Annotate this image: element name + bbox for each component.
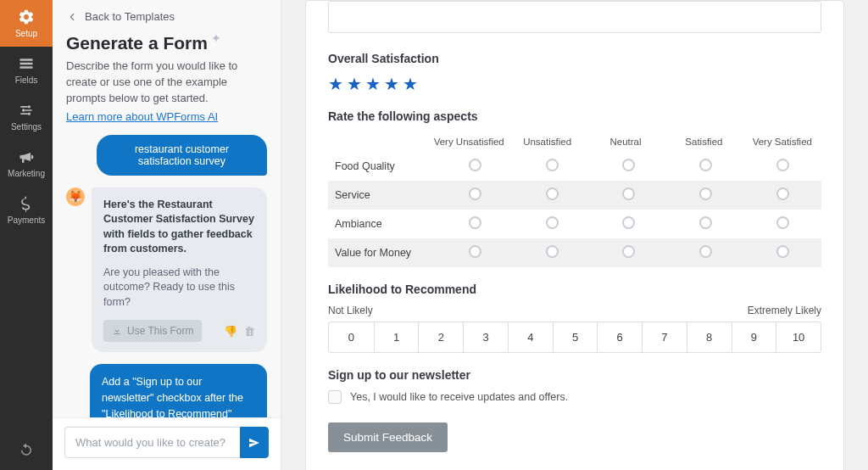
overall-satisfaction-label: Overall Satisfaction bbox=[328, 52, 821, 65]
form-card: Overall Satisfaction ★ ★ ★ ★ ★ Rate the … bbox=[305, 0, 844, 470]
sliders-icon bbox=[18, 102, 35, 119]
radio-option[interactable] bbox=[546, 216, 559, 229]
likert-row: Food Quality bbox=[328, 152, 821, 181]
nps-option[interactable]: 9 bbox=[732, 322, 776, 352]
checkbox[interactable] bbox=[328, 390, 342, 404]
nps-option[interactable]: 7 bbox=[642, 322, 687, 352]
nav-fields[interactable]: Fields bbox=[0, 47, 53, 93]
radio-option[interactable] bbox=[469, 187, 481, 200]
nps-option[interactable]: 8 bbox=[687, 322, 732, 352]
radio-option[interactable] bbox=[699, 187, 712, 200]
nav-settings[interactable]: Settings bbox=[0, 93, 53, 140]
panel-description: Describe the form you would like to crea… bbox=[66, 59, 267, 107]
history-button[interactable] bbox=[0, 429, 53, 470]
radio-option[interactable] bbox=[776, 187, 789, 200]
radio-option[interactable] bbox=[622, 159, 635, 171]
form-preview-canvas: Overall Satisfaction ★ ★ ★ ★ ★ Rate the … bbox=[281, 0, 868, 470]
ai-response-question: Are you pleased with the outcome? Ready … bbox=[103, 266, 255, 311]
likert-row-label: Service bbox=[335, 189, 437, 201]
learn-more-link[interactable]: Learn more about WPForms AI bbox=[66, 110, 218, 123]
star-icon[interactable]: ★ bbox=[384, 74, 399, 94]
likert-col-header: Satisfied bbox=[665, 131, 743, 152]
text-field-placeholder[interactable] bbox=[328, 1, 821, 33]
back-to-templates[interactable]: Back to Templates bbox=[53, 0, 281, 30]
radio-option[interactable] bbox=[622, 216, 635, 229]
nps-option[interactable]: 10 bbox=[776, 322, 821, 352]
radio-option[interactable] bbox=[776, 216, 789, 229]
ai-response-card: Here's the Restaurant Customer Satisfact… bbox=[92, 187, 267, 353]
nav-payments[interactable]: Payments bbox=[0, 187, 53, 233]
nps-option[interactable]: 2 bbox=[418, 322, 463, 352]
likert-row: Value for Money bbox=[328, 238, 821, 267]
megaphone-icon bbox=[18, 148, 35, 165]
star-icon[interactable]: ★ bbox=[347, 74, 362, 94]
nps-option[interactable]: 4 bbox=[508, 322, 553, 352]
nps-label: Likelihood to Recommend bbox=[328, 283, 821, 296]
star-rating[interactable]: ★ ★ ★ ★ ★ bbox=[328, 74, 821, 94]
nps-scale: 0 1 2 3 4 5 6 7 8 9 10 bbox=[328, 322, 821, 353]
aspects-label: Rate the following aspects bbox=[328, 109, 821, 123]
star-icon[interactable]: ★ bbox=[403, 74, 418, 94]
send-button[interactable] bbox=[240, 427, 269, 458]
nps-option[interactable]: 3 bbox=[463, 322, 508, 352]
ai-builder-panel: Back to Templates Generate a Form ✦ Desc… bbox=[53, 0, 281, 470]
radio-option[interactable] bbox=[469, 245, 481, 258]
undo-icon bbox=[19, 442, 34, 457]
nav-setup[interactable]: Setup bbox=[0, 0, 53, 47]
radio-option[interactable] bbox=[699, 216, 712, 229]
nav-label: Fields bbox=[15, 76, 38, 85]
star-icon[interactable]: ★ bbox=[365, 74, 381, 94]
radio-option[interactable] bbox=[469, 216, 481, 229]
send-icon bbox=[248, 436, 261, 450]
list-icon bbox=[18, 55, 35, 72]
likert-table: Very Unsatisfied Unsatisfied Neutral Sat… bbox=[328, 131, 821, 267]
radio-option[interactable] bbox=[699, 159, 712, 171]
nps-option[interactable]: 0 bbox=[329, 322, 374, 352]
star-icon[interactable]: ★ bbox=[328, 74, 343, 94]
likert-row: Ambiance bbox=[328, 210, 821, 238]
likert-col-header: Neutral bbox=[587, 131, 665, 152]
radio-option[interactable] bbox=[776, 245, 789, 258]
ai-response-headline: Here's the Restaurant Customer Satisfact… bbox=[103, 198, 255, 257]
radio-option[interactable] bbox=[546, 187, 559, 200]
newsletter-label: Sign up to our newsletter bbox=[328, 368, 821, 382]
radio-option[interactable] bbox=[469, 159, 481, 171]
nav-label: Payments bbox=[8, 215, 45, 225]
nps-option[interactable]: 5 bbox=[553, 322, 598, 352]
user-followup-bubble: Add a "Sign up to our newsletter" checkb… bbox=[90, 364, 267, 417]
sparkle-icon: ✦ bbox=[211, 31, 221, 45]
checkbox-label: Yes, I would like to receive updates and… bbox=[350, 391, 568, 403]
radio-option[interactable] bbox=[699, 245, 712, 258]
likert-col-header: Very Unsatisfied bbox=[430, 131, 508, 152]
radio-option[interactable] bbox=[546, 245, 559, 258]
nps-high-label: Extremely Likely bbox=[748, 305, 821, 316]
nav-marketing[interactable]: Marketing bbox=[0, 140, 53, 187]
dislike-icon[interactable]: 👎 bbox=[224, 325, 237, 338]
radio-option[interactable] bbox=[622, 187, 635, 200]
arrow-left-icon bbox=[66, 11, 78, 23]
dollar-icon bbox=[18, 195, 35, 212]
likert-row: Service bbox=[328, 181, 821, 210]
download-icon bbox=[112, 326, 122, 336]
nps-option[interactable]: 6 bbox=[597, 322, 642, 352]
nps-low-label: Not Likely bbox=[328, 305, 373, 316]
likert-row-label: Value for Money bbox=[335, 247, 437, 259]
submit-button[interactable]: Submit Feedback bbox=[328, 422, 448, 452]
trash-icon[interactable]: 🗑 bbox=[244, 325, 255, 338]
likert-row-label: Ambiance bbox=[335, 218, 437, 230]
likert-col-header: Unsatisfied bbox=[508, 131, 586, 152]
nps-option[interactable]: 1 bbox=[374, 322, 419, 352]
radio-option[interactable] bbox=[776, 159, 789, 171]
ai-avatar: 🦊 bbox=[66, 187, 85, 206]
nav-label: Settings bbox=[11, 122, 42, 131]
radio-option[interactable] bbox=[546, 159, 559, 171]
radio-option[interactable] bbox=[622, 245, 635, 258]
nav-label: Setup bbox=[15, 29, 37, 38]
panel-title: Generate a Form bbox=[66, 33, 208, 53]
newsletter-checkbox-row[interactable]: Yes, I would like to receive updates and… bbox=[328, 390, 821, 404]
nav-label: Marketing bbox=[8, 169, 45, 178]
use-this-form-button[interactable]: Use This Form bbox=[103, 320, 202, 342]
example-prompt-chip[interactable]: restaurant customer satisfaction survey bbox=[97, 135, 267, 176]
gear-icon bbox=[18, 8, 35, 25]
prompt-input[interactable] bbox=[64, 427, 240, 458]
